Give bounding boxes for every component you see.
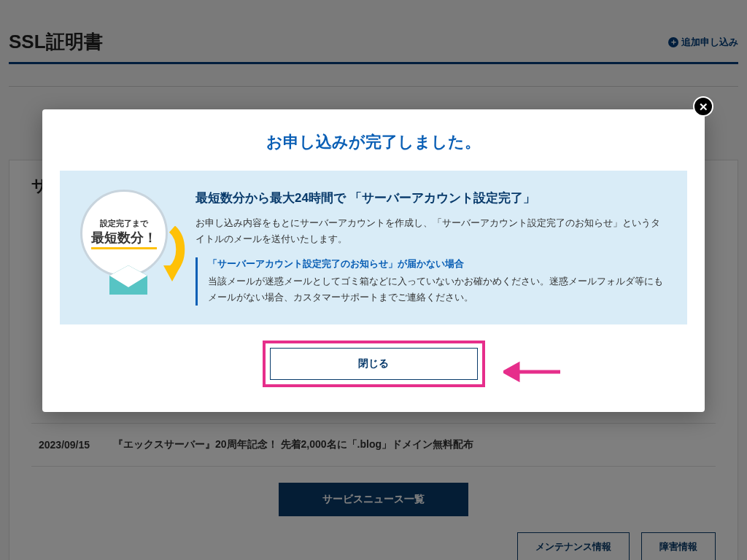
close-button-highlight: 閉じる [263, 341, 485, 387]
annotation-arrow-icon [503, 361, 562, 383]
envelope-icon [107, 265, 150, 298]
modal-title: お申し込みが完了しました。 [60, 131, 687, 153]
svg-marker-0 [163, 265, 181, 281]
completion-modal: ✕ お申し込みが完了しました。 設定完了まで 最短数分！ 最短数分から最大24時… [42, 109, 705, 412]
info-text: 最短数分から最大24時間で 「サーバーアカウント設定完了」 お申し込み内容をもと… [196, 190, 667, 306]
info-note-title: 「サーバーアカウント設定完了のお知らせ」が届かない場合 [208, 257, 667, 271]
info-note-body: 当該メールが迷惑メールとしてゴミ箱などに入っていないかお確かめください。迷惑メー… [208, 273, 667, 306]
arrow-icon [156, 226, 188, 284]
info-panel: 設定完了まで 最短数分！ 最短数分から最大24時間で 「サーバーアカウント設定完… [60, 171, 687, 324]
time-badge-circle: 設定完了まで 最短数分！ [80, 190, 168, 277]
info-note: 「サーバーアカウント設定完了のお知らせ」が届かない場合 当該メールが迷惑メールと… [196, 257, 667, 306]
info-paragraph: お申し込み内容をもとにサーバーアカウントを作成し、「サーバーアカウント設定完了の… [196, 215, 667, 247]
close-button[interactable]: 閉じる [270, 348, 478, 380]
svg-marker-5 [505, 365, 518, 379]
badge-line2: 最短数分！ [91, 229, 157, 249]
badge-line1: 設定完了まで [100, 218, 148, 229]
info-heading: 最短数分から最大24時間で 「サーバーアカウント設定完了」 [196, 190, 667, 206]
badge-illustration: 設定完了まで 最短数分！ [80, 190, 175, 292]
close-icon[interactable]: ✕ [693, 96, 713, 117]
